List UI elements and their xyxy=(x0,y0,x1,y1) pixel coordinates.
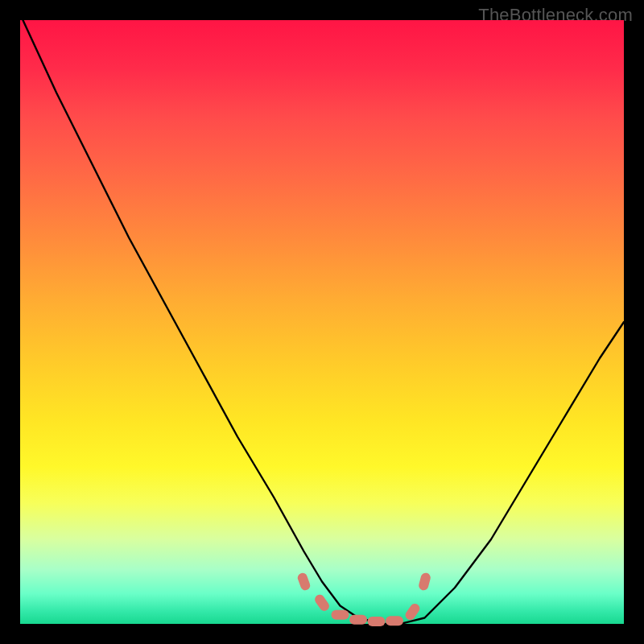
optimum-marker xyxy=(332,610,349,620)
plot-area xyxy=(20,20,624,624)
optimum-marker xyxy=(296,572,312,592)
marker-layer xyxy=(296,572,431,626)
optimum-marker xyxy=(368,617,386,626)
bottleneck-curve-path xyxy=(20,14,624,625)
optimum-marker xyxy=(418,572,431,591)
optimum-marker xyxy=(349,615,367,625)
optimum-marker xyxy=(313,592,331,613)
curve-layer xyxy=(20,14,624,625)
chart-svg xyxy=(20,20,624,624)
optimum-marker xyxy=(386,616,403,625)
chart-container: TheBottleneck.com xyxy=(0,0,644,644)
